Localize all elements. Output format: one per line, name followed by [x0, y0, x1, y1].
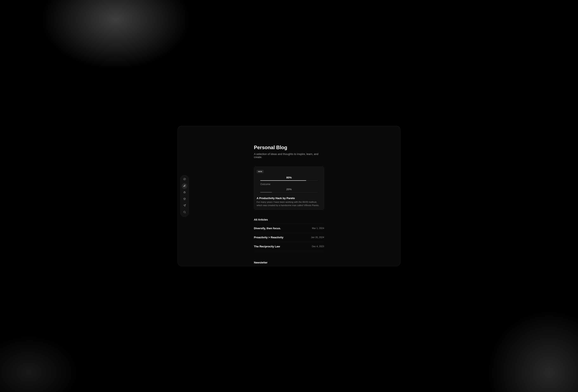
article-title: The Reciprocity Law: [254, 245, 280, 248]
sidebar-item-stack[interactable]: [182, 196, 188, 202]
compass-icon: [183, 178, 186, 181]
send-icon: [183, 204, 186, 208]
featured-body: For many years I have been working with …: [257, 201, 321, 207]
sidebar-item-shop[interactable]: [182, 190, 188, 196]
main-scroll[interactable]: Personal Blog A selection of ideas and t…: [178, 126, 400, 266]
svg-marker-2: [184, 198, 186, 199]
svg-line-6: [185, 213, 186, 213]
article-date: Jan 20, 2024: [311, 236, 324, 238]
article-row[interactable]: Proactivity > Reactivity Jan 20, 2024: [254, 233, 324, 242]
article-date: Dec 4, 2023: [312, 245, 324, 248]
featured-article-card[interactable]: NEW 80% Outcome 20%: [254, 167, 324, 210]
bar-row-20: 20%: [260, 188, 318, 192]
svg-point-5: [184, 211, 185, 213]
featured-title: A Productivity Hack by Pareto: [257, 197, 321, 200]
bar-fill-80: [260, 180, 306, 181]
article-date: Mar 1, 2024: [312, 227, 324, 229]
sidebar-nav: [180, 175, 189, 217]
bar-track: [260, 180, 318, 181]
bar-label-80: 80%: [260, 176, 318, 179]
sidebar-item-explore[interactable]: [182, 176, 188, 182]
new-badge: NEW: [257, 170, 264, 173]
article-title: Proactivity > Reactivity: [254, 236, 284, 239]
stack-icon: [183, 197, 186, 201]
app-window: Personal Blog A selection of ideas and t…: [178, 126, 400, 266]
sidebar-item-send[interactable]: [182, 203, 188, 209]
sidebar-item-write[interactable]: [182, 183, 188, 189]
search-icon: [183, 211, 186, 214]
newsletter-heading: Newsletter: [254, 261, 324, 264]
bar-fill-20: [260, 192, 272, 192]
bar-track: [260, 192, 318, 192]
pareto-chart: 80% Outcome 20%: [257, 176, 321, 197]
bar-label-20: 20%: [260, 188, 318, 191]
page-subtitle: A selection of ideas and thoughts to ins…: [254, 152, 324, 159]
svg-marker-1: [184, 179, 185, 179]
content-column: Personal Blog A selection of ideas and t…: [254, 145, 324, 266]
article-row[interactable]: The Reciprocity Law Dec 4, 2023: [254, 242, 324, 251]
page-title: Personal Blog: [254, 145, 324, 150]
svg-point-0: [184, 178, 186, 180]
all-articles-heading: All Articles: [254, 218, 324, 221]
sidebar-item-search[interactable]: [182, 210, 188, 216]
article-list: Diversify, then focus. Mar 1, 2024 Proac…: [254, 224, 324, 251]
article-title: Diversify, then focus.: [254, 227, 281, 230]
basket-icon: [183, 191, 186, 195]
pen-icon: [183, 184, 186, 188]
bar-row-80: 80%: [260, 176, 318, 181]
article-row[interactable]: Diversify, then focus. Mar 1, 2024: [254, 224, 324, 233]
outcome-label: Outcome: [260, 183, 318, 186]
